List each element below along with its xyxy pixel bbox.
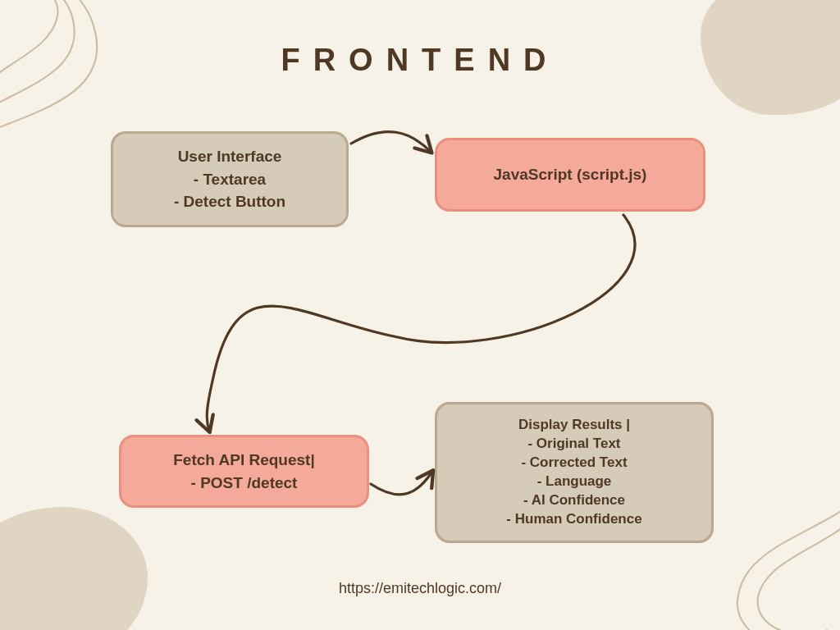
node-js-title: JavaScript (script.js) (494, 163, 647, 186)
decor-blob-bottom-left (0, 507, 148, 630)
node-results-item-human-confidence: - Human Confidence (454, 510, 695, 529)
node-results-item-language: - Language (454, 472, 695, 491)
node-results-item-ai-confidence: - AI Confidence (454, 491, 695, 510)
footer-url: https://emitechlogic.com/ (0, 580, 840, 597)
node-display-results: Display Results | - Original Text - Corr… (435, 402, 714, 543)
diagram-title: FRONTEND (0, 43, 840, 78)
node-results-title: Display Results | (454, 416, 695, 435)
diagram-canvas: FRONTEND User Interface - Textarea - Det… (0, 0, 840, 630)
arrow-js-to-fetch (207, 215, 635, 431)
node-javascript: JavaScript (script.js) (435, 138, 705, 212)
node-user-interface: User Interface - Textarea - Detect Butto… (111, 131, 349, 227)
node-fetch-item-post: - POST /detect (138, 472, 350, 495)
node-fetch-title: Fetch API Request| (138, 449, 350, 472)
arrow-ui-to-js (351, 132, 431, 152)
node-ui-item-textarea: - Textarea (130, 168, 330, 191)
arrow-fetch-to-results (371, 472, 432, 495)
node-fetch-api: Fetch API Request| - POST /detect (119, 435, 369, 508)
node-ui-title: User Interface (130, 145, 330, 168)
node-ui-item-detect-button: - Detect Button (130, 190, 330, 213)
node-results-item-original: - Original Text (454, 435, 695, 454)
node-results-item-corrected: - Corrected Text (454, 454, 695, 472)
